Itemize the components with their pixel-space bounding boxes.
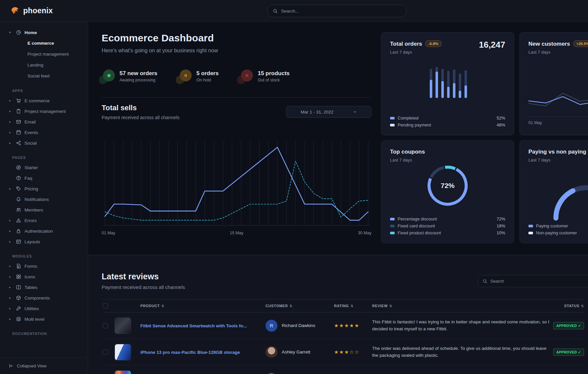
table-header-row: PRODUCT⇅CUSTOMER⇅RATING⇅REVIEW⇅STATUS⇅ (103, 299, 585, 312)
sidebar-item-label: Pricing (24, 186, 38, 191)
sidebar-subitem-landing[interactable]: Landing (0, 60, 88, 70)
phoenix-logo-icon (10, 6, 20, 16)
sidebar-item-project-management[interactable]: ▸Project management (0, 106, 88, 117)
divider (102, 97, 371, 98)
card-period: Last 7 days (528, 50, 588, 55)
product-thumbnail[interactable] (115, 344, 131, 360)
sort-header[interactable]: REVIEW⇅ (372, 304, 550, 308)
sidebar-item-label: Starter (24, 165, 38, 170)
caret-right-icon: ▸ (9, 264, 13, 268)
sidebar-item-members[interactable]: Members (0, 205, 88, 215)
collapsed-view-toggle[interactable]: Collapsed View (0, 357, 88, 374)
sidebar-item-layouts[interactable]: ▸Layouts (0, 236, 88, 247)
product-cell: iPhone 13 pro max-Pacific Blue-128GB sto… (136, 349, 258, 355)
total-sells-title: Total sells (102, 104, 179, 112)
legend-label: Percentage discount (398, 216, 437, 221)
compass-icon (16, 165, 21, 170)
sidebar-item-starter[interactable]: Starter (0, 162, 88, 173)
sort-header[interactable]: CUSTOMER⇅ (266, 304, 326, 308)
clipboard-icon (16, 109, 21, 114)
status-cell: APPROVED ✓ (550, 322, 585, 329)
product-link[interactable]: iPhone 13 pro max-Pacific Blue-128GB sto… (140, 350, 240, 355)
customers-line-chart (528, 88, 588, 116)
reviews-search[interactable] (478, 275, 588, 287)
sidebar-item-label: Authentication (24, 229, 53, 234)
columns-icon (16, 285, 21, 290)
row-checkbox[interactable] (103, 323, 108, 328)
product-link[interactable]: Fitbit Sense Advanced Smartwatch with To… (140, 323, 247, 328)
sidebar-item-events[interactable]: ▸Events (0, 127, 88, 138)
sidebar-item-notifications[interactable]: Notifications (0, 194, 88, 205)
column-label: CUSTOMER (266, 304, 288, 308)
stat-sublabel: Out of stock (258, 78, 289, 82)
sidebar-item-forms[interactable]: ▸Forms (0, 261, 88, 271)
sort-header[interactable]: RATING⇅ (334, 304, 365, 308)
coupons-donut-chart: 72% (426, 164, 469, 207)
bell-icon (16, 197, 21, 202)
sidebar-item-home[interactable]: ▾Home (0, 27, 88, 38)
sidebar-subitem-e-commerce[interactable]: E commerce (0, 38, 88, 49)
sidebar-item-icons[interactable]: ▸Icons (0, 271, 88, 282)
orders-bar-chart (428, 66, 471, 99)
product-thumbnail[interactable] (115, 317, 131, 334)
thumb-cell (115, 344, 136, 360)
envelope-icon (16, 119, 21, 124)
sidebar: ▾HomeE commerceProject managementLanding… (0, 22, 88, 374)
sidebar-item-tables[interactable]: ▸Tables (0, 282, 88, 293)
sidebar-item-pricing[interactable]: ▸Pricing (0, 183, 88, 194)
sidebar-subitem-social-feed[interactable]: Social feed (0, 70, 88, 81)
x-label-end: 30 May (358, 231, 371, 235)
row-checkbox[interactable] (103, 350, 108, 355)
legend-row: Fixed card discount18% (390, 222, 505, 229)
sidebar-item-label: Components (24, 296, 50, 301)
table-row[interactable]: It's a Mac, after all. Once you've gone … (103, 365, 585, 374)
cart-icon (16, 98, 21, 103)
rating-cell: ★★★☆☆ (326, 349, 365, 355)
sidebar-item-utilities[interactable]: ▸Utilities (0, 303, 88, 314)
review-cell: This Fitbit is fantastic! I was trying t… (365, 319, 550, 333)
card-title: Top coupons (390, 149, 425, 155)
sidebar-item-label: Social (24, 141, 37, 146)
legend-swatch (528, 225, 533, 227)
date-range-select[interactable]: Mar 1 - 31, 2022 (286, 106, 371, 118)
sidebar-item-social[interactable]: ▸Social (0, 138, 88, 148)
sidebar-item-authentication[interactable]: ▸Authentication (0, 226, 88, 236)
sidebar-item-components[interactable]: ▸Components (0, 293, 88, 303)
total-sells-subtitle: Payment received across all channels (102, 115, 179, 120)
sort-icon: ⇅ (389, 304, 392, 308)
table-row[interactable]: Fitbit Sense Advanced Smartwatch with To… (103, 312, 585, 339)
sort-header[interactable]: STATUS⇅ (564, 304, 584, 308)
legend-row: Percentage discount72% (390, 215, 505, 222)
legend-value: 48% (497, 122, 505, 127)
avatar (266, 373, 277, 374)
sidebar-item-faq[interactable]: Faq (0, 173, 88, 183)
sort-header[interactable]: PRODUCT⇅ (140, 304, 258, 308)
table-row[interactable]: iPhone 13 pro max-Pacific Blue-128GB sto… (103, 339, 585, 365)
search-icon (273, 9, 278, 14)
global-search[interactable] (267, 5, 407, 17)
help-icon (16, 175, 21, 181)
brand-name: phoenix (23, 6, 53, 15)
caret-right-icon: ▸ (9, 275, 13, 278)
caret-right-icon: ▸ (9, 307, 13, 310)
caret-right-icon: ▸ (9, 99, 13, 102)
sidebar-item-errors[interactable]: ▸Errors (0, 215, 88, 226)
card-period: Last 7 days (390, 50, 505, 55)
legend-label: Fixed product discount (398, 230, 441, 235)
stat-icon-wrap (240, 70, 253, 83)
global-search-input[interactable] (281, 9, 401, 14)
sidebar-item-email[interactable]: ▸Email (0, 117, 88, 127)
brand-logo[interactable]: phoenix (10, 6, 53, 16)
sidebar-item-e-commerce[interactable]: ▸E commerce (0, 95, 88, 106)
checkbox-cell (103, 350, 115, 355)
product-thumbnail[interactable] (115, 370, 131, 374)
pie-chart-icon (16, 30, 21, 35)
tag-icon (16, 186, 21, 191)
sidebar-item-label: Events (24, 130, 38, 135)
sidebar-subitem-project-management[interactable]: Project management (0, 49, 88, 60)
reviews-search-input[interactable] (490, 279, 586, 284)
sidebar-item-multi-level[interactable]: ▸Multi level (0, 314, 88, 324)
stats-row: 57 new ordersAwating processing5 ordersO… (102, 70, 371, 83)
legend-label: Fixed card discount (398, 223, 435, 228)
select-all-checkbox[interactable] (103, 303, 108, 308)
